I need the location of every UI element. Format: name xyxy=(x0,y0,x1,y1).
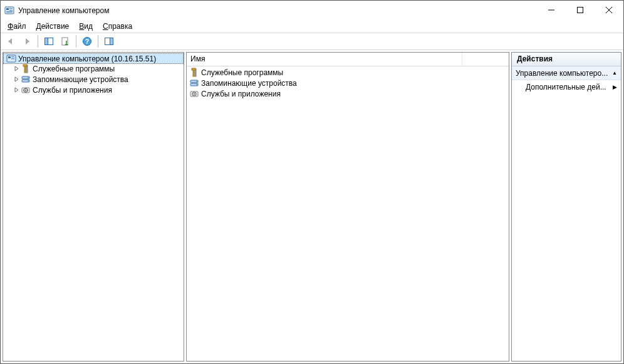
properties-button[interactable] xyxy=(58,34,73,48)
expand-icon[interactable] xyxy=(12,76,21,82)
tree-item-system-tools[interactable]: Служебные программы xyxy=(3,63,184,74)
toolbar-separator xyxy=(98,35,98,48)
list-pane: Имя Служебные программы xyxy=(186,52,509,361)
help-button[interactable]: ? xyxy=(80,34,95,48)
actions-context-item[interactable]: Управление компьютеро... ▲ xyxy=(512,66,621,80)
list-body: Служебные программы Запоминающие устройс… xyxy=(187,66,509,100)
svg-rect-18 xyxy=(11,56,14,58)
close-button[interactable] xyxy=(595,1,623,19)
computer-management-icon xyxy=(6,54,16,64)
chevron-right-icon: ▶ xyxy=(613,84,617,90)
services-icon xyxy=(189,89,199,99)
menu-file[interactable]: Файл xyxy=(3,21,31,31)
svg-point-29 xyxy=(25,90,26,91)
tree-pane: Управление компьютером (10.16.15.51) Слу… xyxy=(3,52,184,361)
list-item-label: Служебные программы xyxy=(201,68,283,77)
svg-text:?: ? xyxy=(85,38,89,45)
show-hide-tree-button[interactable] xyxy=(41,34,56,48)
list-item-label: Запоминающие устройства xyxy=(201,79,297,88)
actions-pane-header: Действия xyxy=(512,53,621,66)
toolbar-separator xyxy=(38,35,38,48)
toolbar-separator xyxy=(76,35,76,48)
storage-icon xyxy=(189,78,199,88)
console-tree: Управление компьютером (10.16.15.51) Слу… xyxy=(3,53,184,96)
list-item[interactable]: Служебные программы xyxy=(187,67,509,78)
minimize-button[interactable] xyxy=(537,1,566,19)
toolbar: ? xyxy=(1,33,623,50)
collapse-up-icon: ▲ xyxy=(612,70,617,76)
services-icon xyxy=(21,85,31,95)
nav-forward-button[interactable] xyxy=(19,34,34,48)
window-controls xyxy=(537,1,623,20)
main-area: Управление компьютером (10.16.15.51) Слу… xyxy=(1,50,623,363)
svg-point-39 xyxy=(196,81,197,82)
expand-icon[interactable] xyxy=(12,66,21,71)
tree-root-item[interactable]: Управление компьютером (10.16.15.51) xyxy=(3,53,184,64)
svg-rect-2 xyxy=(9,8,13,9)
tree-item-services-apps[interactable]: Службы и приложения xyxy=(3,85,184,95)
nav-back-button[interactable] xyxy=(3,34,18,48)
menu-help[interactable]: Справка xyxy=(98,21,137,31)
tools-icon xyxy=(189,68,199,78)
list-header: Имя xyxy=(187,53,509,66)
menu-action[interactable]: Действие xyxy=(32,21,74,31)
svg-rect-3 xyxy=(9,10,13,11)
list-item-label: Службы и приложения xyxy=(201,90,281,98)
svg-point-43 xyxy=(194,93,195,95)
tree-item-label: Запоминающие устройства xyxy=(33,75,128,84)
list-column-name[interactable]: Имя xyxy=(187,53,462,66)
titlebar: Управление компьютером xyxy=(1,1,623,20)
actions-more-item[interactable]: Дополнительные дей... ▶ xyxy=(512,80,621,94)
actions-context-label: Управление компьютеро... xyxy=(516,69,608,78)
actions-pane: Действия Управление компьютеро... ▲ Допо… xyxy=(511,52,621,361)
list-item[interactable]: Службы и приложения xyxy=(187,88,509,99)
actions-more-label: Дополнительные дей... xyxy=(526,83,606,91)
tree-item-label: Служебные программы xyxy=(33,65,115,73)
app-icon xyxy=(4,6,14,16)
maximize-button[interactable] xyxy=(566,1,595,19)
svg-rect-1 xyxy=(6,8,9,10)
window-title: Управление компьютером xyxy=(18,6,537,15)
svg-rect-6 xyxy=(578,8,583,13)
list-item[interactable]: Запоминающие устройства xyxy=(187,78,509,88)
show-hide-action-pane-button[interactable] xyxy=(101,34,117,48)
svg-rect-15 xyxy=(110,38,113,45)
svg-rect-22 xyxy=(23,65,27,66)
tree-item-label: Службы и приложения xyxy=(33,86,112,95)
svg-point-25 xyxy=(28,77,29,78)
svg-rect-19 xyxy=(11,58,14,60)
svg-rect-17 xyxy=(8,56,11,58)
tree-item-storage[interactable]: Запоминающие устройства xyxy=(3,74,184,85)
tools-icon xyxy=(21,64,31,74)
svg-rect-10 xyxy=(45,38,48,45)
storage-icon xyxy=(21,75,31,85)
svg-rect-4 xyxy=(6,11,13,13)
window-frame: Управление компьютером Файл Действие Вид… xyxy=(0,0,624,364)
list-column-empty[interactable] xyxy=(462,53,509,66)
svg-rect-36 xyxy=(192,68,195,70)
tree-item-label: Управление компьютером (10.16.15.51) xyxy=(18,55,156,63)
menubar: Файл Действие Вид Справка xyxy=(1,20,623,33)
expand-icon[interactable] xyxy=(12,87,21,93)
svg-point-40 xyxy=(196,84,197,85)
menu-view[interactable]: Вид xyxy=(75,21,97,31)
svg-point-26 xyxy=(28,80,29,81)
